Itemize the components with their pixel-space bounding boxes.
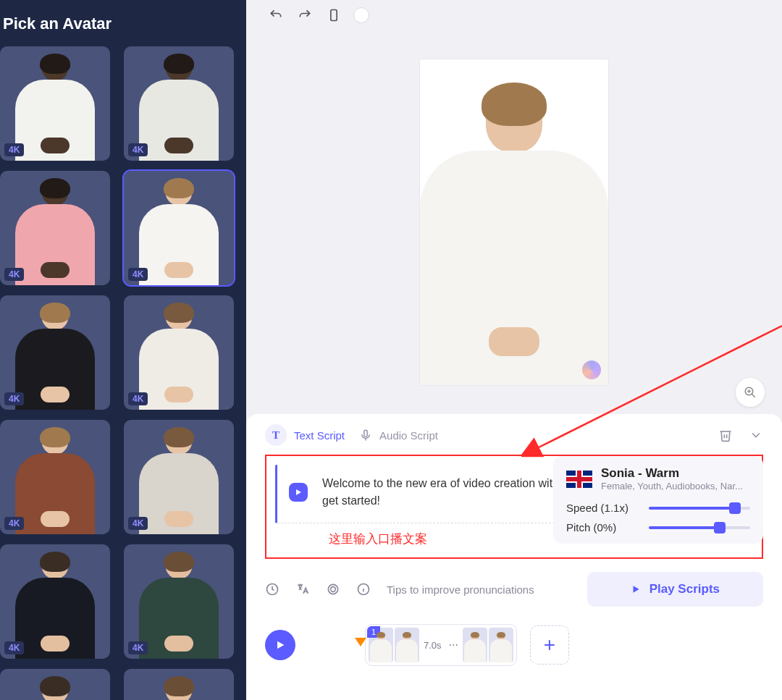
clip-more-button[interactable]: ··· xyxy=(446,638,461,651)
speed-label: Speed (1.1x) xyxy=(566,502,639,514)
mic-icon xyxy=(359,429,372,442)
avatar-card[interactable]: 4K xyxy=(0,171,110,285)
tips-label[interactable]: Tips to improve pronunciations xyxy=(387,583,534,596)
avatar-badge: 4K xyxy=(4,392,24,405)
script-tabs: T Text Script Audio Script xyxy=(265,424,763,446)
avatar-silhouette xyxy=(135,177,222,285)
voice-settings: Sonia - Warm Female, Youth, Audiobooks, … xyxy=(553,456,763,544)
avatar-grid: 4K4K4K4K4K4K4K4K4K4K4K4K xyxy=(0,46,237,700)
avatar-badge: 4K xyxy=(4,268,24,281)
avatar-silhouette xyxy=(12,177,98,285)
avatar-badge: 4K xyxy=(128,641,148,654)
ai-icon[interactable] xyxy=(326,582,340,596)
timeline-clip[interactable]: 1 7.0s ··· xyxy=(365,624,517,666)
avatar-card[interactable]: 4K xyxy=(124,669,234,700)
canvas-wrap xyxy=(246,30,782,414)
tab-label: Text Script xyxy=(294,429,345,442)
svg-line-2 xyxy=(752,394,755,397)
avatar-badge: 4K xyxy=(128,517,148,530)
timeline: 1 7.0s ··· + xyxy=(265,624,763,673)
history-icon[interactable] xyxy=(265,582,279,596)
play-icon xyxy=(631,584,641,594)
avatar-card[interactable]: 4K xyxy=(124,420,234,534)
avatar-silhouette xyxy=(135,675,222,700)
redo-button[interactable] xyxy=(295,6,314,25)
portrait-orientation-button[interactable] xyxy=(324,6,343,25)
zoom-in-button[interactable] xyxy=(736,378,765,407)
voice-name[interactable]: Sonia - Warm xyxy=(601,466,743,481)
tab-audio-script[interactable]: Audio Script xyxy=(359,429,438,442)
script-panel: T Text Script Audio Script Welcome to th… xyxy=(246,414,782,700)
avatar-card[interactable]: 4K xyxy=(0,544,110,659)
script-under-row: Tips to improve pronunciations Play Scri… xyxy=(265,572,763,607)
avatar-badge: 4K xyxy=(4,641,24,654)
avatar-sidebar: Pick an Avatar 4K4K4K4K4K4K4K4K4K4K4K4K xyxy=(0,0,246,700)
play-script-chip[interactable] xyxy=(289,483,308,502)
tab-text-script[interactable]: T Text Script xyxy=(265,424,345,446)
playhead-icon[interactable] xyxy=(353,633,368,648)
svg-rect-0 xyxy=(331,10,337,21)
pitch-slider-row: Pitch (0%) xyxy=(566,521,750,534)
play-scripts-button[interactable]: Play Scripts xyxy=(587,572,763,607)
avatar-card[interactable]: 4K xyxy=(0,669,110,700)
sidebar-title: Pick an Avatar xyxy=(0,14,237,33)
tab-label: Audio Script xyxy=(379,429,438,442)
canvas-toolbar xyxy=(246,0,782,30)
pitch-slider[interactable] xyxy=(649,526,750,529)
play-scripts-label: Play Scripts xyxy=(649,582,720,596)
timeline-play-button[interactable] xyxy=(265,630,295,660)
avatar-card[interactable]: 4K xyxy=(124,295,234,410)
svg-marker-15 xyxy=(277,641,284,649)
avatar-silhouette xyxy=(135,550,222,659)
avatar-card[interactable]: 4K xyxy=(0,420,110,534)
avatar-card[interactable]: 4K xyxy=(124,544,234,659)
svg-point-10 xyxy=(328,584,337,594)
canvas-avatar xyxy=(427,74,601,385)
svg-marker-14 xyxy=(633,586,639,592)
expand-script-button[interactable] xyxy=(749,428,763,442)
watermark-logo-icon xyxy=(582,360,601,379)
avatar-silhouette xyxy=(135,52,222,161)
translate-icon[interactable] xyxy=(295,582,310,596)
clip-duration: 7.0s xyxy=(421,640,445,651)
avatar-card[interactable]: 4K xyxy=(0,295,110,410)
avatar-card[interactable]: 4K xyxy=(124,171,234,285)
avatar-silhouette xyxy=(12,301,98,410)
svg-point-9 xyxy=(331,587,336,592)
info-icon xyxy=(356,582,371,596)
speed-slider-row: Speed (1.1x) xyxy=(566,502,750,514)
avatar-silhouette xyxy=(12,426,98,534)
avatar-silhouette xyxy=(135,426,222,534)
svg-marker-7 xyxy=(296,489,301,495)
speed-slider[interactable] xyxy=(649,507,750,510)
svg-rect-5 xyxy=(364,430,368,437)
avatar-silhouette xyxy=(12,52,98,161)
undo-button[interactable] xyxy=(266,6,285,25)
voice-tags: Female, Youth, Audiobooks, Nar... xyxy=(601,481,743,492)
delete-script-button[interactable] xyxy=(718,428,733,442)
avatar-badge: 4K xyxy=(128,392,148,405)
avatar-silhouette xyxy=(12,550,98,659)
avatar-badge: 4K xyxy=(128,268,148,281)
main-area: T Text Script Audio Script Welcome to th… xyxy=(246,0,782,700)
add-clip-button[interactable]: + xyxy=(530,625,569,665)
avatar-badge: 4K xyxy=(4,143,24,156)
text-script-icon: T xyxy=(265,424,287,446)
avatar-badge: 4K xyxy=(128,143,148,156)
avatar-card[interactable]: 4K xyxy=(0,46,110,161)
avatar-badge: 4K xyxy=(4,517,24,530)
avatar-silhouette xyxy=(135,301,222,410)
pitch-label: Pitch (0%) xyxy=(566,521,639,534)
avatar-silhouette xyxy=(12,675,98,700)
avatar-card[interactable]: 4K xyxy=(124,46,234,161)
background-toggle[interactable] xyxy=(353,7,369,23)
svg-marker-16 xyxy=(355,638,366,646)
video-canvas[interactable] xyxy=(420,59,608,385)
uk-flag-icon xyxy=(566,471,592,488)
